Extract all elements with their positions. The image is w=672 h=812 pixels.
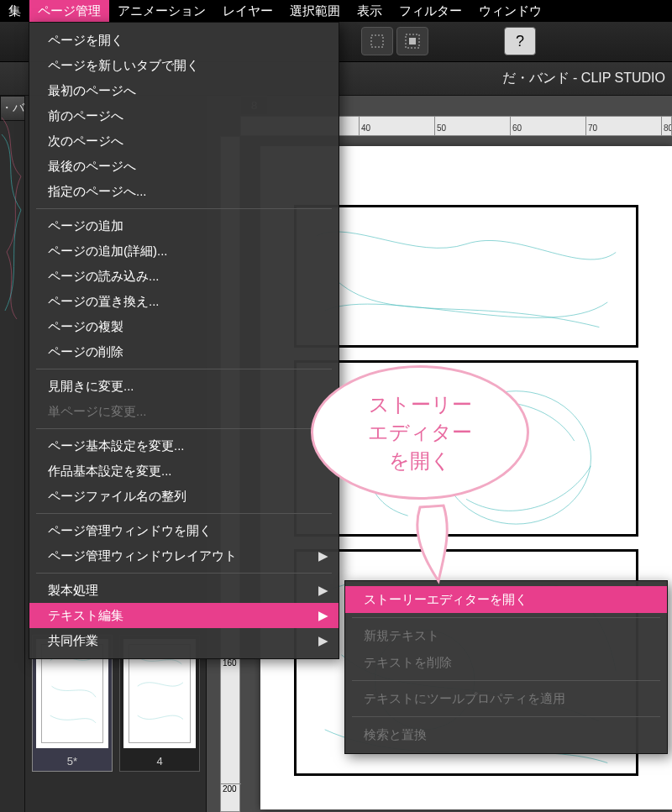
- selection-tool-icon[interactable]: [361, 27, 393, 55]
- menu-item[interactable]: ページの削除: [29, 339, 339, 364]
- menu-item[interactable]: ページを開く: [29, 28, 339, 53]
- menu-item[interactable]: ページファイル名の整列: [29, 484, 339, 509]
- menu-item[interactable]: 最後のページへ: [29, 154, 339, 179]
- menu-bar: 集 ページ管理 アニメーション レイヤー 選択範囲 表示 フィルター ウィンドウ: [0, 0, 672, 22]
- menu-item[interactable]: ページの置き換え...: [29, 289, 339, 314]
- annotation-bubble: ストーリー エディター を開く: [311, 365, 538, 521]
- menu-item[interactable]: 作品基本設定を変更...: [29, 458, 339, 484]
- menu-item[interactable]: 製本処理▶: [29, 578, 339, 603]
- annotation-text: ストーリー エディター を開く: [311, 365, 529, 500]
- menu-item[interactable]: 指定のページへ...: [29, 179, 339, 204]
- menu-item[interactable]: 最初のページへ: [29, 78, 339, 103]
- thumbnail-label: 5*: [33, 752, 112, 771]
- decorative-sketch: [0, 109, 25, 319]
- menu-window[interactable]: ウィンドウ: [470, 0, 550, 22]
- menu-item[interactable]: 共同作業▶: [29, 628, 339, 653]
- menu-item[interactable]: ページの読み込み...: [29, 264, 339, 289]
- svg-rect-2: [371, 35, 383, 47]
- thumbnail-label: 4: [120, 752, 199, 771]
- submenu-arrow-icon: ▶: [318, 547, 328, 565]
- menu-item[interactable]: ページを新しいタブで開く: [29, 53, 339, 78]
- menu-edit[interactable]: 集: [0, 0, 29, 22]
- bubble-tail-icon: [403, 500, 470, 584]
- submenu-item: 新規テキスト: [345, 622, 667, 649]
- menu-item[interactable]: 見開きに変更...: [29, 374, 339, 399]
- menu-item[interactable]: ページ基本設定を変更...: [29, 433, 339, 458]
- menu-layer[interactable]: レイヤー: [214, 0, 281, 22]
- menu-animation[interactable]: アニメーション: [109, 0, 214, 22]
- submenu-arrow-icon: ▶: [318, 581, 328, 600]
- menu-item[interactable]: ページの複製: [29, 314, 339, 339]
- menu-item[interactable]: 次のページへ: [29, 128, 339, 154]
- submenu-item[interactable]: ストーリーエディターを開く: [345, 586, 667, 613]
- menu-filter[interactable]: フィルター: [391, 0, 470, 22]
- page-management-dropdown[interactable]: ページを開くページを新しいタブで開く最初のページへ前のページへ次のページへ最後の…: [29, 22, 339, 659]
- menu-item[interactable]: ページの追加(詳細)...: [29, 238, 339, 264]
- svg-rect-4: [409, 38, 416, 45]
- menu-item[interactable]: 前のページへ: [29, 103, 339, 128]
- submenu-arrow-icon: ▶: [318, 606, 328, 625]
- menu-item: 単ページに変更...: [29, 399, 339, 424]
- document-title: だ・バンド - CLIP STUDIO: [502, 70, 665, 87]
- menu-item[interactable]: テキスト編集▶: [29, 603, 339, 628]
- menu-item[interactable]: ページ管理ウィンドウレイアウト▶: [29, 543, 339, 568]
- submenu-arrow-icon: ▶: [318, 631, 328, 650]
- help-button[interactable]: ?: [504, 27, 536, 55]
- submenu-item: 検索と置換: [345, 721, 667, 748]
- selection-tool-2-icon[interactable]: [396, 27, 428, 55]
- submenu-item: テキストを削除: [345, 649, 667, 676]
- submenu-item: テキストにツールプロパティを適用: [345, 685, 667, 712]
- menu-page-management[interactable]: ページ管理: [29, 0, 109, 22]
- menu-selection[interactable]: 選択範囲: [281, 0, 349, 22]
- menu-view[interactable]: 表示: [349, 0, 391, 22]
- menu-item[interactable]: ページの追加: [29, 213, 339, 238]
- help-icon: ?: [516, 33, 524, 50]
- menu-item[interactable]: ページ管理ウィンドウを開く: [29, 518, 339, 543]
- text-edit-submenu[interactable]: ストーリーエディターを開く新規テキストテキストを削除テキストにツールプロパティを…: [344, 580, 668, 754]
